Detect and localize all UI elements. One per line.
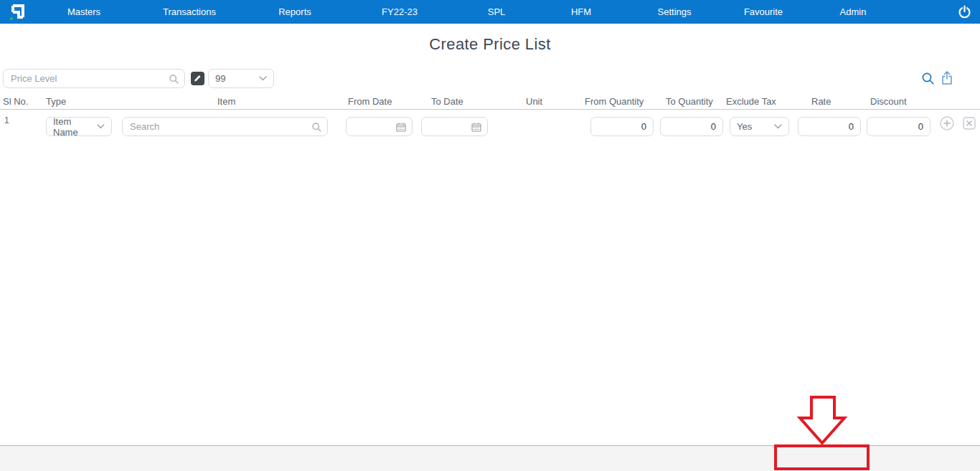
chevron-down-icon xyxy=(259,76,267,81)
menu-settings[interactable]: Settings xyxy=(658,0,692,24)
exclude-tax-select[interactable]: Yes xyxy=(730,117,789,136)
to-date-input[interactable] xyxy=(421,117,488,136)
level-select-value: 99 xyxy=(215,73,225,84)
item-search-input[interactable] xyxy=(122,117,328,136)
rate-input[interactable] xyxy=(798,117,861,136)
chevron-down-icon xyxy=(97,124,105,129)
discount-input[interactable] xyxy=(867,117,930,136)
annotation-arrow-icon xyxy=(796,395,848,445)
price-level-search xyxy=(3,69,185,88)
menu-favourite[interactable]: Favourite xyxy=(744,0,783,24)
chevron-down-icon xyxy=(774,124,782,129)
header-from-date: From Date xyxy=(348,96,392,107)
price-level-input[interactable] xyxy=(3,69,185,88)
menu-hfm[interactable]: HFM xyxy=(571,0,591,24)
exclude-tax-value: Yes xyxy=(737,121,752,132)
header-to-quantity: To Quantity xyxy=(666,96,713,107)
item-search xyxy=(122,117,328,136)
row-sl-no: 1 xyxy=(4,115,9,125)
header-unit: Unit xyxy=(526,96,542,107)
top-navbar: Masters Transactions Reports FY22-23 SPL… xyxy=(0,0,980,24)
to-date-field xyxy=(421,117,488,136)
header-type: Type xyxy=(46,96,66,107)
item-type-value: Item Name xyxy=(53,116,97,138)
header-divider xyxy=(0,109,980,110)
to-quantity-input[interactable] xyxy=(660,117,723,136)
level-select[interactable]: 99 xyxy=(208,69,274,88)
edit-price-level-button[interactable] xyxy=(191,72,204,85)
add-row-icon[interactable] xyxy=(940,116,954,130)
header-to-date: To Date xyxy=(431,96,463,107)
from-date-input[interactable] xyxy=(346,117,413,136)
header-rate: Rate xyxy=(811,96,831,107)
create-price-list-screen: Masters Transactions Reports FY22-23 SPL… xyxy=(0,0,980,471)
pencil-icon xyxy=(194,75,202,82)
grid-search-icon[interactable] xyxy=(922,72,934,87)
footer-bar: Save Cancel xyxy=(0,445,980,471)
header-sl-no: Sl No. xyxy=(3,96,28,107)
header-exclude-tax: Exclude Tax xyxy=(726,96,776,107)
power-logout-icon[interactable] xyxy=(958,5,971,19)
menu-spl[interactable]: SPL xyxy=(488,0,506,24)
header-discount: Discount xyxy=(870,96,907,107)
page-title: Create Price List xyxy=(0,35,980,54)
app-logo-icon[interactable] xyxy=(8,3,28,22)
menu-admin[interactable]: Admin xyxy=(840,0,867,24)
menu-fy22-23[interactable]: FY22-23 xyxy=(382,0,418,24)
menu-reports[interactable]: Reports xyxy=(278,0,311,24)
item-type-select[interactable]: Item Name xyxy=(46,117,112,136)
from-quantity-input[interactable] xyxy=(590,117,654,136)
from-date-field xyxy=(346,117,413,136)
menu-transactions[interactable]: Transactions xyxy=(163,0,216,24)
header-from-quantity: From Quantity xyxy=(585,96,644,107)
delete-row-icon[interactable] xyxy=(963,117,976,130)
menu-masters[interactable]: Masters xyxy=(67,0,100,24)
header-item: Item xyxy=(217,96,235,107)
export-share-icon[interactable] xyxy=(941,71,953,88)
